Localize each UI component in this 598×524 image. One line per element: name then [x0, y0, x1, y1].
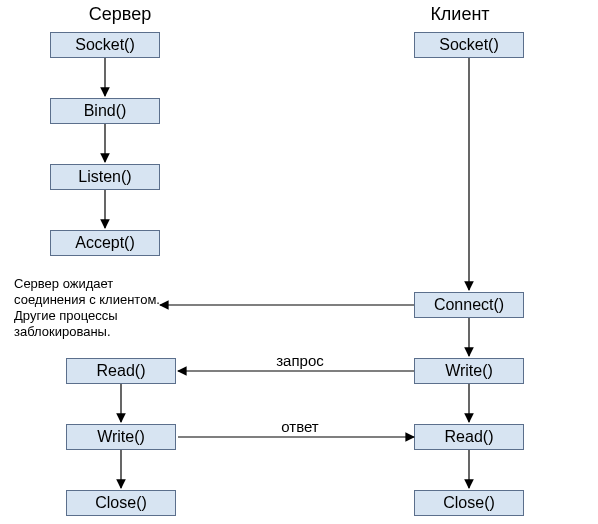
server-listen-box: Listen()	[50, 164, 160, 190]
response-label: ответ	[260, 418, 340, 435]
server-socket-box: Socket()	[50, 32, 160, 58]
server-heading: Сервер	[40, 4, 200, 25]
wait-note-line1: Сервер ожидает	[14, 276, 113, 291]
client-connect-box: Connect()	[414, 292, 524, 318]
wait-note: Сервер ожидает соединения с клиентом. Др…	[14, 276, 160, 340]
client-write-box: Write()	[414, 358, 524, 384]
server-bind-box: Bind()	[50, 98, 160, 124]
socket-flow-diagram: Сервер Клиент Socket() Bind() Listen() A…	[0, 0, 598, 524]
request-label: запрос	[260, 352, 340, 369]
client-read-box: Read()	[414, 424, 524, 450]
server-write-box: Write()	[66, 424, 176, 450]
server-accept-box: Accept()	[50, 230, 160, 256]
wait-note-line3: Другие процессы	[14, 308, 118, 323]
client-heading: Клиент	[380, 4, 540, 25]
wait-note-line2: соединения с клиентом.	[14, 292, 160, 307]
server-close-box: Close()	[66, 490, 176, 516]
client-socket-box: Socket()	[414, 32, 524, 58]
server-read-box: Read()	[66, 358, 176, 384]
wait-note-line4: заблокированы.	[14, 324, 111, 339]
client-close-box: Close()	[414, 490, 524, 516]
